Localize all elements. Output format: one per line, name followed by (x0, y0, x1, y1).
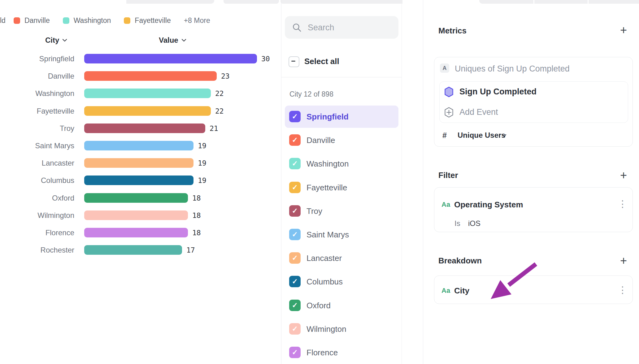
chart-bar[interactable] (84, 245, 182, 255)
filter-property-label[interactable]: Operating System (454, 200, 523, 210)
chart-bar[interactable] (84, 124, 205, 133)
column-header-value-label: Value (159, 36, 178, 45)
chart-bar[interactable] (84, 228, 188, 237)
legend-item[interactable]: Washington (63, 16, 111, 25)
city-list-item[interactable]: ✓Saint Marys (285, 223, 398, 246)
select-all[interactable]: Select all (285, 55, 398, 69)
city-list-item[interactable]: ✓Columbus (285, 271, 398, 293)
add-event-icon (444, 107, 454, 118)
city-list-item[interactable]: ✓Washington (285, 153, 398, 175)
chevron-down-icon[interactable] (502, 134, 506, 137)
kebab-menu-icon[interactable]: ⋮ (617, 199, 628, 209)
breakdown-card[interactable]: Aa City ⋮ (434, 275, 633, 304)
legend-item[interactable]: Danville (14, 16, 50, 25)
event-card: Sign Up Completed Add Event (439, 81, 628, 123)
filter-card[interactable]: Aa Operating System ⋮ Is iOS (434, 187, 633, 232)
event-name[interactable]: Sign Up Completed (459, 87, 537, 97)
chart-row-label: Saint Marys (0, 141, 74, 150)
check-icon: ✓ (292, 349, 298, 356)
search-input[interactable] (307, 16, 395, 39)
tab-strip-segment (479, 0, 639, 4)
formula-badge: A (440, 63, 449, 73)
number-symbol: # (442, 131, 447, 140)
column-header-city[interactable]: City (45, 36, 67, 45)
check-icon: ✓ (292, 160, 298, 167)
chart-bar-value: 21 (210, 124, 218, 133)
city-checkbox[interactable]: ✓ (289, 158, 301, 169)
metrics-section-title: Metrics (438, 26, 467, 36)
filter-section-title: Filter (438, 171, 458, 180)
add-breakdown-button[interactable]: + (617, 254, 630, 267)
tab-strip-segment (224, 0, 279, 4)
legend-label: Washington (74, 16, 111, 25)
chart-bar[interactable] (84, 54, 257, 63)
city-checkbox[interactable]: ✓ (289, 111, 301, 122)
chart-bar[interactable] (84, 89, 211, 98)
filter-value[interactable]: iOS (468, 219, 480, 228)
chart-row-label: Troy (0, 124, 74, 133)
check-icon: ✓ (292, 278, 298, 285)
chart-bar[interactable] (84, 210, 188, 220)
filter-operator[interactable]: Is (454, 219, 460, 228)
city-checkbox[interactable]: ✓ (289, 323, 301, 335)
legend-more-label[interactable]: +8 More (184, 16, 210, 25)
check-icon: ✓ (292, 231, 298, 238)
add-event-label[interactable]: Add Event (459, 107, 498, 117)
city-list-item[interactable]: ✓Wilmington (285, 318, 398, 340)
city-name: Wilmington (306, 324, 346, 334)
city-name: Troy (306, 206, 322, 216)
chart-bar-value: 22 (215, 107, 224, 116)
column-header-value[interactable]: Value (159, 36, 186, 45)
tab-strip-segment (280, 0, 402, 4)
city-checkbox[interactable]: ✓ (289, 252, 301, 264)
city-count-label: City 12 of 898 (289, 90, 333, 98)
metric-card[interactable]: A Uniques of Sign Up Completed Sign Up C… (434, 57, 633, 147)
city-checkbox[interactable]: ✓ (289, 347, 301, 358)
city-name: Danville (306, 136, 335, 145)
city-list-item[interactable]: ✓Fayetteville (285, 176, 398, 199)
chart-bar[interactable] (84, 71, 217, 81)
city-checkbox[interactable]: ✓ (289, 300, 301, 311)
city-list-item[interactable]: ✓Lancaster (285, 247, 398, 269)
city-list-item[interactable]: ✓Danville (285, 129, 398, 151)
city-checkbox[interactable]: ✓ (289, 182, 301, 193)
city-list-item[interactable]: ✓Troy (285, 200, 398, 222)
legend-cropped-label: ld (0, 16, 6, 25)
chart-bar[interactable] (84, 106, 211, 116)
kebab-menu-icon[interactable]: ⋮ (617, 285, 628, 295)
add-filter-button[interactable]: + (617, 169, 630, 181)
city-list-item[interactable]: ✓Springfield (285, 106, 398, 128)
city-list-item[interactable]: ✓Oxford (285, 294, 398, 317)
city-checkbox[interactable]: ✓ (289, 205, 301, 217)
chart-bar[interactable] (84, 193, 188, 203)
city-checkbox[interactable]: ✓ (289, 229, 301, 240)
legend-item[interactable]: Fayetteville (124, 16, 171, 25)
chart-bar[interactable] (84, 158, 193, 168)
chart-bar-value: 19 (198, 176, 206, 185)
chart-bar-value: 18 (192, 228, 201, 237)
city-checkbox[interactable]: ✓ (289, 276, 301, 287)
chart-bar[interactable] (84, 141, 193, 150)
check-icon: ✓ (292, 254, 298, 262)
city-name: Washington (306, 159, 349, 169)
legend-label: Danville (24, 16, 50, 25)
city-list-item[interactable]: ✓Florence (285, 341, 398, 364)
breakdown-property-label[interactable]: City (454, 286, 469, 296)
check-icon: ✓ (292, 302, 298, 309)
chart-bar-value: 23 (221, 72, 230, 81)
chart-row-label: Springfield (0, 54, 74, 63)
chart-row-label: Florence (0, 228, 74, 237)
select-all-checkbox[interactable] (289, 56, 299, 67)
chart-bar-value: 17 (186, 246, 195, 255)
aggregation-dropdown-label[interactable]: Unique Users (458, 131, 506, 140)
chevron-down-icon (62, 39, 67, 42)
city-checkbox[interactable]: ✓ (289, 134, 301, 146)
add-metric-button[interactable]: + (617, 24, 630, 36)
chart-row-label: Oxford (0, 193, 74, 203)
event-hexagon-icon (444, 86, 454, 98)
city-name: Columbus (306, 277, 343, 287)
city-name: Saint Marys (306, 230, 349, 240)
search-box (285, 16, 398, 39)
chart-bar[interactable] (84, 176, 193, 185)
select-all-label: Select all (304, 57, 339, 66)
